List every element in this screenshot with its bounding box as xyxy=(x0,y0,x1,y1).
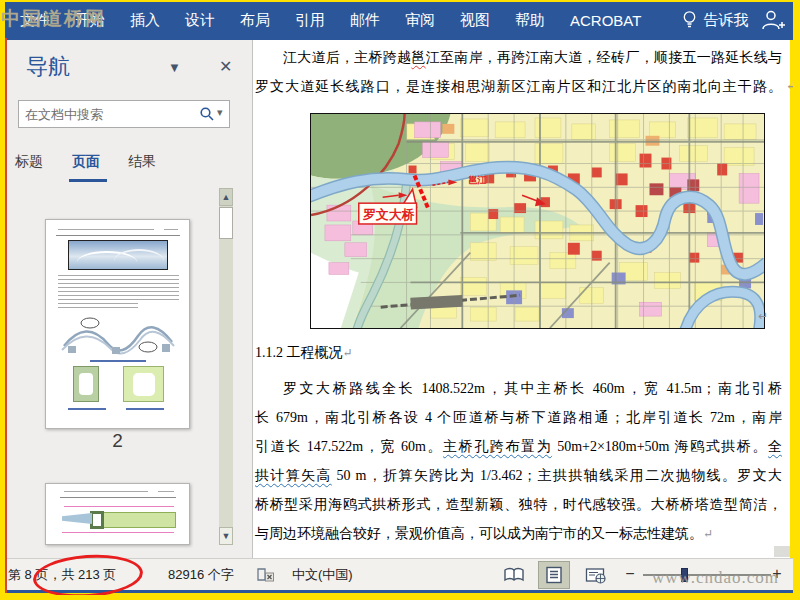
ribbon-tab-help[interactable]: 帮助 xyxy=(515,11,545,30)
scroll-corner xyxy=(774,546,790,557)
ribbon-tab-insert[interactable]: 插入 xyxy=(130,11,160,30)
ribbon-tab-references[interactable]: 引用 xyxy=(295,11,325,30)
active-tab-underline xyxy=(69,179,107,182)
ribbon-tab-design[interactable]: 设计 xyxy=(185,11,215,30)
doc-paragraph-line: 长 679m，南北引桥各设 4 个匝道桥与桥下道路相通；北岸引道长 72m，南岸 xyxy=(255,403,782,432)
red-edge-annotation xyxy=(5,38,7,593)
navigation-pane: 导航 ▼ ✕ ▾ 标题 页面 结果 xyxy=(0,40,253,558)
ribbon-tab-acrobat[interactable]: ACROBAT xyxy=(570,12,641,29)
paragraph-mark: ↵ xyxy=(343,346,353,360)
thumbnail-page-number: 2 xyxy=(45,430,190,452)
tell-me-control[interactable]: 告诉我 xyxy=(682,10,748,30)
doc-paragraph-line: 桥桥型采用海鸥式拱桥形式，造型新颖、独特，时代感较强。大桥桥塔造型简洁， xyxy=(255,490,782,519)
zoom-out-button[interactable]: − xyxy=(622,559,638,591)
language-indicator[interactable]: 中文(中国) xyxy=(292,559,353,591)
lightbulb-icon xyxy=(682,10,697,30)
close-icon[interactable]: ✕ xyxy=(219,57,232,76)
ribbon-tab-view[interactable]: 视图 xyxy=(460,11,490,30)
read-mode-button[interactable] xyxy=(498,561,530,589)
tell-me-label: 告诉我 xyxy=(703,11,748,30)
proofing-errors-icon[interactable] xyxy=(256,567,275,586)
page-thumbnail-3[interactable] xyxy=(45,483,190,545)
spelling-error-text: 邕 xyxy=(411,50,425,65)
thumb-cross-section-right xyxy=(123,366,164,402)
thumbnail-scrollbar[interactable]: ▲ ▼ xyxy=(219,188,233,545)
thumb-bridge-photo xyxy=(68,240,168,270)
chevron-down-icon[interactable]: ▼ xyxy=(168,60,181,75)
word-window: 文件 开始 插入 设计 布局 引用 邮件 审阅 视图 帮助 ACROBAT 告诉… xyxy=(0,0,800,600)
document-page[interactable]: 江大道后，主桥跨越邕江至南岸，再跨江南大道，经砖厂，顺接五一路延长线与 罗文大道… xyxy=(253,40,790,558)
search-icon[interactable] xyxy=(199,106,215,126)
scroll-down-icon[interactable]: ▼ xyxy=(219,527,233,545)
paragraph-mark: ↵ xyxy=(703,527,713,541)
doc-paragraph-line: 罗文大桥路线全长 1408.522m，其中主桥长 460m，宽 41.5m；南北… xyxy=(255,374,782,403)
sign-in-person-icon[interactable] xyxy=(760,8,786,36)
scrollbar-thumb[interactable] xyxy=(219,207,233,239)
yellow-frame xyxy=(0,595,800,600)
word-count-indicator[interactable]: 82916 个字 xyxy=(168,559,234,591)
thumb-bridge-rendering xyxy=(60,314,177,356)
doc-paragraph-line: 引道长 147.522m，宽 60m。主桥孔跨布置为 50m+2×180m+50… xyxy=(255,432,782,461)
doc-paragraph-line: 江大道后，主桥跨越邕江至南岸，再跨江南大道，经砖厂，顺接五一路延长线与 xyxy=(255,43,782,72)
search-options-caret-icon[interactable]: ▾ xyxy=(217,106,223,119)
page-thumbnail-2[interactable] xyxy=(45,219,190,429)
watermark-bottom-right: www.cndao.com xyxy=(652,568,779,588)
nav-tab-results[interactable]: 结果 xyxy=(128,153,156,171)
ribbon-tab-review[interactable]: 审阅 xyxy=(405,11,435,30)
search-input[interactable] xyxy=(25,101,185,127)
doc-paragraph-line: 罗文大道延长线路口，是连接相思湖新区江南片区和江北片区的南北向主干路。↵ xyxy=(255,72,782,101)
scroll-up-icon[interactable]: ▲ xyxy=(219,188,233,206)
doc-heading: 1.1.2 工程概况↵ xyxy=(255,338,782,367)
grammar-error-text: 全 xyxy=(768,439,782,454)
grammar-error-text: 主桥孔跨布置为 xyxy=(443,439,552,454)
paragraph-mark: ↵ xyxy=(786,72,796,101)
watermark-top-left: 中国道桥网 xyxy=(1,6,106,32)
thumb-girder-drawing xyxy=(98,512,176,528)
nav-tab-pages[interactable]: 页面 xyxy=(72,153,100,171)
paragraph-mark: ↵ xyxy=(758,302,768,331)
grammar-error-text: 拱计算矢高 xyxy=(255,468,332,483)
document-search-box[interactable]: ▾ xyxy=(18,100,230,128)
city-map-image[interactable]: 邕江 罗文大桥 xyxy=(310,113,765,329)
doc-paragraph-line: 与周边环境融合较好，景观价值高，可以成为南宁市的又一标志性建筑。↵ xyxy=(255,519,782,548)
navigation-pane-title: 导航 xyxy=(26,52,70,82)
nav-tab-headings[interactable]: 标题 xyxy=(15,153,43,171)
ribbon-tab-bar: 文件 开始 插入 设计 布局 引用 邮件 审阅 视图 帮助 ACROBAT 告诉… xyxy=(0,0,800,40)
web-layout-button[interactable] xyxy=(580,561,612,589)
river-label: 邕江 xyxy=(468,175,486,185)
ribbon-tab-layout[interactable]: 布局 xyxy=(240,11,270,30)
doc-paragraph-line: 拱计算矢高 50 m，折算矢跨比为 1/3.462；主拱拱轴线采用二次抛物线。罗… xyxy=(255,461,782,490)
print-layout-button[interactable] xyxy=(538,561,570,589)
ribbon-tab-mailings[interactable]: 邮件 xyxy=(350,11,380,30)
bridge-label: 罗文大桥 xyxy=(363,207,415,222)
thumb-cross-section-left xyxy=(73,366,99,402)
